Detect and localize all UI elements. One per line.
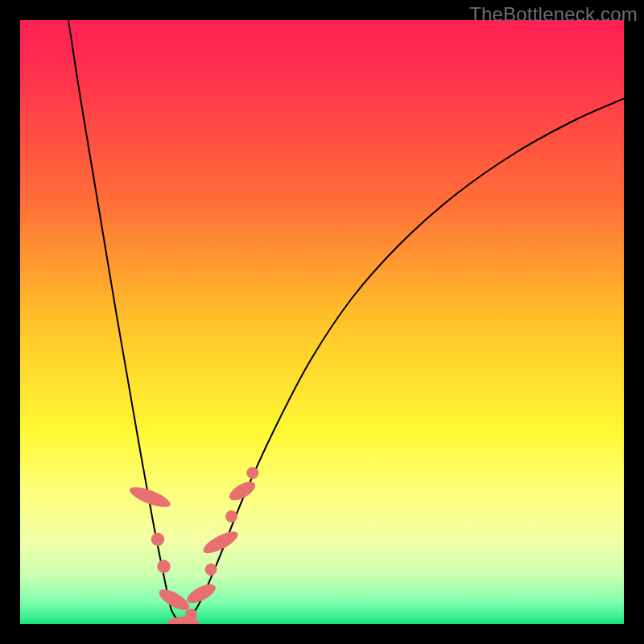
left-dot-2 xyxy=(157,560,171,574)
right-dot-2 xyxy=(205,564,217,576)
outer-frame: TheBottleneck.com xyxy=(0,0,644,644)
right-dot-1 xyxy=(185,609,197,621)
chart-svg xyxy=(20,20,624,624)
plot-area xyxy=(20,20,624,624)
left-dot-1 xyxy=(151,533,165,547)
watermark-text: TheBottleneck.com xyxy=(469,3,638,26)
right-dot-3 xyxy=(225,510,237,522)
right-dot-4 xyxy=(246,467,258,479)
gradient-background xyxy=(20,20,624,624)
